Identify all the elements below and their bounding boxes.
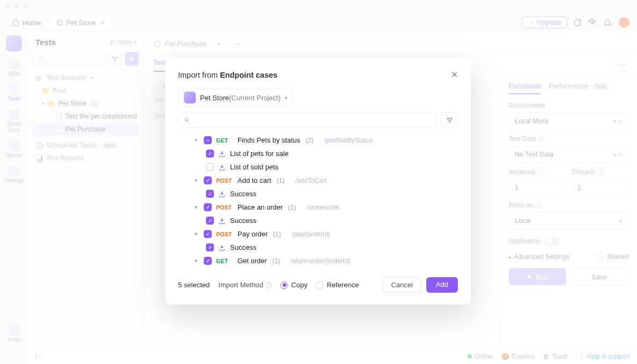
- endpoint-row[interactable]: ▾ ✓ POST Add to cart (1) /addToCart: [178, 174, 458, 187]
- case-name: Success: [230, 217, 256, 225]
- case-row[interactable]: List of sold pets: [178, 160, 458, 174]
- endpoint-checkbox[interactable]: ✓: [204, 257, 212, 265]
- method-badge: POST: [216, 204, 233, 211]
- selected-count: 5 selected: [178, 281, 210, 289]
- chevron-down-icon[interactable]: ▾: [193, 257, 199, 264]
- import-icon: [218, 164, 226, 171]
- import-icon: [218, 190, 226, 198]
- case-name: List of pets for sale: [230, 150, 288, 158]
- case-row[interactable]: ✓Success: [178, 241, 458, 254]
- search-icon: [184, 117, 190, 123]
- radio-copy-label: Copy: [291, 281, 307, 289]
- endpoint-name: Finds Pets by status: [238, 136, 300, 144]
- endpoint-path: /store/order/{orderId}: [291, 257, 351, 265]
- case-checkbox[interactable]: ✓: [206, 150, 214, 158]
- case-row[interactable]: ✓Success: [178, 187, 458, 200]
- chevron-down-icon[interactable]: ▾: [193, 137, 199, 144]
- case-checkbox[interactable]: ✓: [206, 243, 214, 251]
- endpoint-count: (1): [277, 177, 285, 184]
- endpoint-checkbox[interactable]: ✓: [204, 176, 212, 184]
- method-badge: GET: [216, 258, 233, 264]
- project-selector[interactable]: Pet Store(Current Project) ▾: [178, 88, 293, 107]
- endpoint-count: (1): [272, 257, 280, 265]
- filter-icon: [446, 117, 453, 124]
- chevron-down-icon[interactable]: ▾: [193, 204, 199, 211]
- case-checkbox[interactable]: ✓: [206, 217, 214, 225]
- project-icon: [184, 92, 196, 103]
- radio-reference[interactable]: [316, 281, 323, 289]
- chevron-down-icon[interactable]: ▾: [193, 177, 199, 184]
- case-checkbox[interactable]: [206, 163, 214, 171]
- import-icon: [218, 150, 226, 158]
- case-row[interactable]: ✓List of pets for sale: [178, 147, 458, 160]
- case-row[interactable]: ✓Success: [178, 214, 458, 227]
- modal-close-button[interactable]: ✕: [451, 70, 458, 80]
- endpoint-name: Place an order: [238, 203, 283, 211]
- modal-search-input[interactable]: [178, 112, 436, 128]
- method-badge: POST: [216, 231, 233, 237]
- endpoint-checkbox[interactable]: ✓: [204, 230, 212, 238]
- endpoint-name: Get order: [238, 257, 267, 265]
- add-button[interactable]: Add: [426, 277, 458, 293]
- endpoint-checkbox[interactable]: −: [204, 136, 212, 144]
- endpoint-count: (1): [273, 231, 281, 238]
- import-modal: Import from Endpoint cases ✕ Pet Store(C…: [165, 58, 471, 304]
- import-method-label: Import Method?: [218, 281, 272, 289]
- endpoint-name: Pay order: [238, 230, 268, 238]
- info-icon[interactable]: ?: [265, 282, 272, 288]
- chevron-down-icon[interactable]: ▾: [193, 231, 199, 237]
- case-name: List of sold pets: [230, 163, 278, 171]
- endpoint-list: ▾ − GET Finds Pets by status (2) /pet/fi…: [178, 133, 458, 268]
- endpoint-path: /pay/{orderId}: [292, 231, 330, 238]
- endpoint-row[interactable]: ▾ ✓ POST Pay order (1) /pay/{orderId}: [178, 227, 458, 241]
- case-name: Success: [230, 190, 256, 198]
- endpoint-checkbox[interactable]: ✓: [204, 203, 212, 211]
- radio-reference-label: Reference: [327, 281, 359, 289]
- radio-copy[interactable]: [280, 281, 288, 289]
- case-checkbox[interactable]: ✓: [206, 190, 214, 198]
- modal-title: Import from Endpoint cases: [178, 71, 277, 79]
- modal-filter-button[interactable]: [441, 112, 458, 128]
- import-icon: [218, 244, 226, 251]
- import-icon: [218, 217, 226, 225]
- method-badge: GET: [216, 137, 233, 144]
- endpoint-row[interactable]: ▾ ✓ GET Get order (1) /store/order/{orde…: [178, 254, 458, 268]
- endpoint-path: /pet/findByStatus: [324, 137, 373, 144]
- case-name: Success: [230, 243, 256, 251]
- endpoint-row[interactable]: ▾ − GET Finds Pets by status (2) /pet/fi…: [178, 133, 458, 147]
- svg-point-7: [185, 118, 188, 121]
- endpoint-path: /store/order: [307, 204, 339, 211]
- endpoint-name: Add to cart: [238, 176, 271, 184]
- cancel-button[interactable]: Cancel: [383, 277, 420, 293]
- endpoint-row[interactable]: ▾ ✓ POST Place an order (1) /store/order: [178, 200, 458, 214]
- endpoint-path: /addToCart: [295, 177, 327, 184]
- endpoint-count: (2): [306, 137, 314, 144]
- endpoint-count: (1): [288, 204, 297, 211]
- method-badge: POST: [216, 177, 233, 184]
